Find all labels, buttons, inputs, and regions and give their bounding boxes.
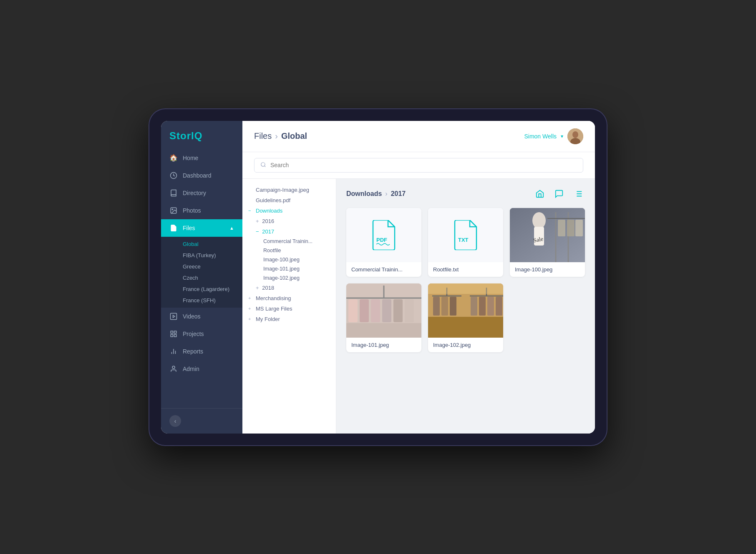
tree-item-2016[interactable]: + 2016 bbox=[242, 216, 336, 226]
tree-item-guidelines[interactable]: Guidelines.pdf bbox=[242, 195, 336, 206]
sidebar-item-projects[interactable]: Projects bbox=[161, 325, 242, 343]
page-header: Files › Global Simon Wells ▾ bbox=[242, 121, 595, 152]
file-card-image100[interactable]: Sale bbox=[510, 208, 585, 277]
file-card-image101[interactable]: Image-101.jpeg bbox=[346, 283, 421, 352]
sidebar-child-france-lagardere[interactable]: France (Lagardere) bbox=[161, 283, 242, 295]
tree-item-commercial[interactable]: Commercial Trainin... bbox=[242, 237, 336, 246]
grid-breadcrumb-root: Downloads bbox=[346, 190, 382, 198]
sidebar-item-home-label: Home bbox=[183, 155, 198, 161]
svg-point-2 bbox=[172, 209, 173, 210]
logo-text-iq: IQ bbox=[191, 130, 202, 141]
file-label-image100: Image-100.jpeg bbox=[510, 262, 585, 277]
user-name[interactable]: Simon Wells bbox=[524, 133, 557, 140]
sidebar-item-reports[interactable]: Reports bbox=[161, 343, 242, 360]
header-user-area: Simon Wells ▾ bbox=[524, 128, 583, 144]
file-thumb-image102 bbox=[428, 283, 503, 338]
sidebar-child-france-sfh[interactable]: France (SFH) bbox=[161, 295, 242, 306]
avatar[interactable] bbox=[567, 128, 583, 144]
tree-item-rootfile-label: Rootfile bbox=[263, 248, 281, 253]
sidebar-child-fiba[interactable]: FIBA (Turkey) bbox=[161, 250, 242, 261]
svg-rect-47 bbox=[346, 323, 421, 338]
sidebar-item-photos-label: Photos bbox=[183, 207, 201, 214]
file-card-commercial[interactable]: PDF Commercial Trainin... bbox=[346, 208, 421, 277]
tree-item-ms-large-files[interactable]: + MS Large Files bbox=[242, 303, 336, 314]
tree-item-rootfile[interactable]: Rootfile bbox=[242, 246, 336, 255]
tree-item-2017[interactable]: − 2017 bbox=[242, 226, 336, 237]
comment-button[interactable] bbox=[552, 187, 566, 201]
search-input[interactable] bbox=[270, 162, 577, 168]
sidebar-item-files-label: Files bbox=[183, 225, 195, 231]
sidebar-navigation: 🏠 Home Dashboard Directory bbox=[161, 149, 242, 408]
svg-rect-41 bbox=[348, 299, 358, 322]
plus-icon: + bbox=[248, 316, 253, 321]
svg-line-17 bbox=[265, 165, 266, 167]
sidebar-item-admin[interactable]: Admin bbox=[161, 360, 242, 378]
sidebar-child-czech[interactable]: Czech bbox=[161, 272, 242, 283]
minus-icon: − bbox=[256, 228, 259, 235]
svg-rect-44 bbox=[382, 299, 391, 322]
breadcrumb-separator: › bbox=[275, 131, 278, 141]
svg-rect-50 bbox=[428, 317, 503, 338]
file-card-rootfile[interactable]: TXT Rootfile.txt bbox=[428, 208, 503, 277]
files-icon bbox=[169, 224, 178, 232]
svg-rect-5 bbox=[171, 331, 173, 333]
svg-rect-61 bbox=[496, 297, 502, 316]
tree-item-2017-label: 2017 bbox=[262, 228, 274, 235]
app-logo: StorIQ bbox=[161, 121, 242, 149]
svg-point-28 bbox=[532, 212, 546, 229]
collapse-sidebar-button[interactable]: ‹ bbox=[169, 415, 181, 427]
file-label-image101: Image-101.jpeg bbox=[346, 338, 421, 352]
sidebar-item-videos-label: Videos bbox=[183, 313, 201, 320]
sidebar-item-directory[interactable]: Directory bbox=[161, 184, 242, 202]
svg-rect-36 bbox=[575, 220, 583, 236]
svg-rect-42 bbox=[360, 299, 369, 322]
svg-rect-57 bbox=[450, 297, 456, 316]
file-label-rootfile: Rootfile.txt bbox=[428, 262, 503, 277]
tree-item-merchandising-label: Merchandising bbox=[256, 295, 291, 301]
tree-item-downloads[interactable]: − Downloads bbox=[242, 206, 336, 216]
tree-item-image101-label: Image-101.jpeg bbox=[263, 266, 300, 272]
sidebar-files-section: Files ▲ Global FIBA (Turkey) Greece Czec… bbox=[161, 219, 242, 308]
tree-item-2016-label: 2016 bbox=[262, 218, 274, 224]
svg-point-16 bbox=[261, 162, 265, 166]
file-grid-area: Downloads › 2017 bbox=[336, 179, 595, 434]
sidebar-item-dashboard[interactable]: Dashboard bbox=[161, 167, 242, 184]
tree-item-campaign-label: Campaign-Image.jpeg bbox=[256, 187, 309, 193]
logo-text-stor: Stor bbox=[169, 130, 191, 141]
svg-rect-43 bbox=[371, 299, 380, 322]
user-dropdown-chevron-icon[interactable]: ▾ bbox=[561, 133, 563, 139]
videos-icon bbox=[169, 312, 178, 321]
projects-icon bbox=[169, 330, 178, 338]
list-view-button[interactable] bbox=[572, 187, 585, 201]
photos-icon bbox=[169, 206, 178, 215]
home-view-button[interactable] bbox=[533, 187, 547, 201]
breadcrumb: Files › Global bbox=[254, 131, 307, 141]
tree-item-my-folder[interactable]: + My Folder bbox=[242, 314, 336, 324]
plus-icon: + bbox=[256, 285, 259, 291]
tree-item-image100[interactable]: Image-100.jpeg bbox=[242, 255, 336, 264]
svg-rect-6 bbox=[174, 331, 176, 333]
sidebar-child-greece[interactable]: Greece bbox=[161, 261, 242, 272]
files-submenu: Global FIBA (Turkey) Greece Czech France… bbox=[161, 237, 242, 308]
breadcrumb-root: Files bbox=[254, 131, 272, 141]
file-thumb-image100: Sale bbox=[510, 208, 585, 262]
tree-item-2018[interactable]: + 2018 bbox=[242, 283, 336, 293]
sidebar-item-photos[interactable]: Photos bbox=[161, 202, 242, 219]
tree-item-image101[interactable]: Image-101.jpeg bbox=[242, 264, 336, 273]
sidebar-item-videos[interactable]: Videos bbox=[161, 308, 242, 325]
admin-icon bbox=[169, 365, 178, 373]
dashboard-icon bbox=[169, 171, 178, 180]
svg-rect-45 bbox=[393, 299, 403, 322]
tree-item-2018-label: 2018 bbox=[262, 285, 274, 291]
file-card-image102[interactable]: Image-102.jpeg bbox=[428, 283, 503, 352]
file-label-image102: Image-102.jpeg bbox=[428, 338, 503, 352]
sidebar-child-global[interactable]: Global bbox=[161, 238, 242, 250]
sidebar-item-dashboard-label: Dashboard bbox=[183, 172, 212, 179]
tree-item-merchandising[interactable]: + Merchandising bbox=[242, 293, 336, 303]
sidebar-item-home[interactable]: 🏠 Home bbox=[161, 149, 242, 167]
sidebar-item-files[interactable]: Files ▲ bbox=[161, 219, 242, 237]
tree-item-image102[interactable]: Image-102.jpeg bbox=[242, 273, 336, 283]
tree-item-campaign[interactable]: Campaign-Image.jpeg bbox=[242, 185, 336, 195]
svg-rect-34 bbox=[558, 220, 565, 236]
breadcrumb-current: Global bbox=[281, 131, 307, 141]
